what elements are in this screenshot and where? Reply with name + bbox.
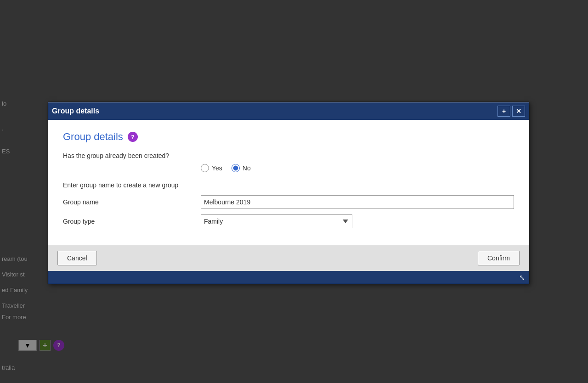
group-name-input[interactable] — [201, 195, 514, 209]
dialog-body: Group details ? Has the group already be… — [48, 120, 529, 245]
cancel-button[interactable]: Cancel — [57, 251, 97, 265]
radio-no-label[interactable]: No — [232, 164, 251, 172]
group-type-label: Group type — [63, 218, 201, 225]
dialog-titlebar: Group details + ✕ — [48, 102, 529, 120]
section-label: Enter group name to create a new group — [63, 181, 514, 189]
radio-yes[interactable] — [201, 164, 209, 172]
confirm-button[interactable]: Confirm — [478, 251, 520, 265]
dialog-footer: Cancel Confirm — [48, 245, 529, 271]
radio-group: Yes No — [63, 164, 514, 172]
question-text: Has the group already been created? — [63, 152, 514, 159]
titlebar-buttons: + ✕ — [498, 106, 525, 117]
dialog-bottombar: ⤡ — [48, 271, 529, 284]
radio-yes-text: Yes — [212, 164, 222, 172]
dialog-heading-text: Group details — [63, 131, 123, 143]
group-name-row: Group name — [63, 195, 514, 209]
group-type-select[interactable]: Family Friends Business Other — [201, 214, 352, 228]
dialog-heading: Group details ? — [63, 131, 514, 143]
radio-yes-label[interactable]: Yes — [201, 164, 222, 172]
dialog-title: Group details — [52, 107, 99, 115]
group-name-label: Group name — [63, 198, 201, 206]
titlebar-add-button[interactable]: + — [498, 106, 510, 117]
group-type-row: Group type Family Friends Business Other — [63, 214, 514, 228]
resize-icon[interactable]: ⤡ — [519, 273, 525, 282]
group-details-dialog: Group details + ✕ Group details ? Has th… — [48, 102, 529, 284]
titlebar-close-button[interactable]: ✕ — [512, 106, 525, 117]
help-icon[interactable]: ? — [128, 132, 138, 142]
radio-no-text: No — [243, 164, 251, 172]
radio-no[interactable] — [232, 164, 240, 172]
